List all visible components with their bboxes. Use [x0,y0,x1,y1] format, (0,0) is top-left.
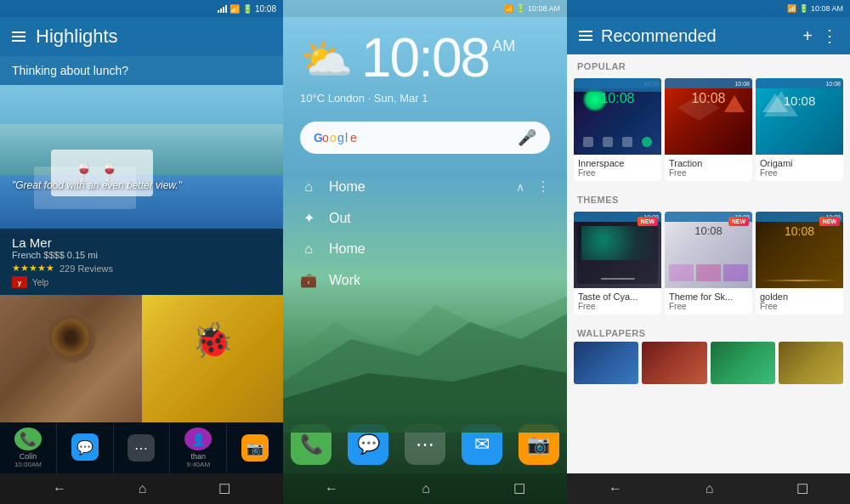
status-bar-rec: 📶 🔋 10:08 AM [567,0,850,17]
innerspace-image: 10:08 10:08 [574,78,661,155]
location-out[interactable]: ✦ Out [283,202,567,234]
work-loc-icon: 💼 [300,272,317,288]
add-button[interactable]: + [802,26,813,46]
out-loc-name: Out [329,211,550,226]
phone-icon: 📞 [300,433,323,456]
theme-card-sk[interactable]: 10:08 10:08 NEW Theme for Sk... Free [665,212,752,314]
recent-button-rec[interactable]: ☐ [796,481,808,497]
out-loc-icon: ✦ [300,210,317,226]
highlights-header: Highlights [0,17,283,56]
dock-apps[interactable]: ⋯ [114,422,171,473]
status-icons-highlights: 📶 🔋 10:08 [218,4,276,14]
dock-camera[interactable]: 📷 [227,422,283,473]
golden-info: golden Free [756,288,843,314]
highlights-card[interactable]: Thinking about lunch? 🍷 🍷 "Great food wi… [0,56,283,295]
theme-card-origami[interactable]: 10:08 10:08 Origami Free [756,78,843,181]
back-button-rec[interactable]: ← [609,481,622,496]
dock-apps-home[interactable]: ⋯ [405,424,445,465]
wallpapers-section-label: WALLPAPERS [567,321,850,342]
location-home-main[interactable]: ⌂ Home ∧ ⋮ [283,171,567,202]
home-button-highlights[interactable]: ⌂ [139,481,147,496]
thinking-banner: Thinking about lunch? [0,56,283,85]
cya-name: Taste of Cya... [578,292,657,302]
theme-card-cya[interactable]: 10:08 NEW Taste of Cya... Free [574,212,661,314]
menu-button[interactable] [12,31,26,42]
theme-card-traction[interactable]: 10:08 10:08 Traction Free [665,78,752,181]
menu-button-rec[interactable] [579,31,592,41]
new-badge-sk: NEW [728,217,749,226]
new-badge-golden: NEW [819,217,840,226]
dock-messages[interactable]: 💬 [57,422,114,473]
popular-grid: 10:08 10:08 Innerspace Free [567,75,850,188]
recent-button-highlights[interactable]: ☐ [218,481,230,497]
traction-name: Traction [669,158,748,168]
home-button-rec[interactable]: ⌂ [706,481,714,496]
home-sub-name: Home [329,241,550,257]
battery-rec: 🔋 [799,4,808,13]
location-work[interactable]: 💼 Work [283,264,567,296]
wallpaper-1[interactable] [574,342,638,384]
innerspace-name: Innerspace [578,158,657,168]
restaurant-details: French $$$$ 0.15 mi [12,250,271,260]
dock-camera-home[interactable]: 📷 [518,424,559,465]
status-bar-home: 📶 🔋 10:08 AM [283,0,567,17]
svg-text:l: l [345,131,348,144]
locations-menu: ⌂ Home ∧ ⋮ ✦ Out ⌂ Home 💼 Work [283,171,567,405]
dock-avatar[interactable]: 👤 than 9:40AM [170,422,227,473]
wallpaper-4[interactable] [779,342,843,384]
svg-text:g: g [337,131,344,144]
traction-info: Traction Free [665,155,752,181]
back-button-home[interactable]: ← [325,481,338,496]
themes-grid: 10:08 NEW Taste of Cya... Free [567,208,850,321]
svg-text:e: e [350,131,357,144]
yelp-attribution: y Yelp [12,276,271,288]
highlights-image-grid [0,295,283,422]
clock-display: 10:08 [361,31,489,85]
battery-home: 🔋 [516,4,525,13]
more-button[interactable]: ⋮ [821,25,838,46]
network-home: 📶 [504,4,513,13]
origami-name: Origami [760,158,839,168]
network-rec: 📶 [787,4,796,13]
origami-info: Origami Free [756,155,843,181]
back-button-highlights[interactable]: ← [53,481,66,496]
theme-card-golden[interactable]: 10:08 10:08 NEW golden Free [756,212,843,314]
dock-phone-time: 10:00AM [14,461,42,468]
google-logo: G o o g l e [314,130,360,145]
more-options-icon[interactable]: ⋮ [536,178,550,195]
wallpaper-3[interactable] [711,342,775,384]
innerspace-price: Free [578,168,657,178]
yelp-row: ★★★★★ 229 Reviews [12,263,271,274]
restaurant-info: La Mer French $$$$ 0.15 mi ★★★★★ 229 Rev… [0,229,283,295]
home-loc-name: Home [329,179,504,195]
recent-button-home[interactable]: ☐ [513,481,525,497]
home-dock: 📞 💬 ⋯ ✉ 📷 [283,416,567,473]
restaurant-quote: "Great food with an even better view." [12,177,271,192]
work-loc-name: Work [329,273,550,288]
recommended-panel: 📶 🔋 10:08 AM Recommended + ⋮ POPULAR 10:… [567,0,850,504]
theme-card-innerspace[interactable]: 10:08 10:08 Innerspace Free [574,78,661,181]
search-bar[interactable]: G o o g l e 🎤 [300,122,550,154]
dock-sms-home[interactable]: 💬 [348,424,388,465]
mini-status-traction: 10:08 [665,78,752,88]
home-button-home[interactable]: ⌂ [422,481,430,496]
microphone-icon[interactable]: 🎤 [518,128,536,147]
weather-icon-large: ⛅ [300,35,353,84]
star-rating: ★★★★★ [12,263,54,274]
new-badge-cya: NEW [638,217,658,226]
review-count: 229 Reviews [60,263,113,274]
rec-content: POPULAR 10:08 10:08 Inner [567,54,850,473]
dock-phone-home[interactable]: 📞 [291,424,332,465]
rec-header: Recommended + ⋮ [567,17,850,54]
camera-icon: 📷 [527,433,550,456]
wallpaper-preview [567,342,850,391]
origami-price: Free [760,168,839,178]
dock-phone[interactable]: 📞 Colin 10:00AM [0,422,57,473]
rec-title: Recommended [601,26,794,46]
weather-section: ⛅ 10:08 AM [283,17,567,92]
wallpaper-2[interactable] [642,342,706,384]
location-home-sub[interactable]: ⌂ Home [283,234,567,264]
home-loc-icon: ⌂ [300,179,317,195]
status-time: 10:08 [255,4,276,14]
dock-mail-home[interactable]: ✉ [462,424,502,465]
